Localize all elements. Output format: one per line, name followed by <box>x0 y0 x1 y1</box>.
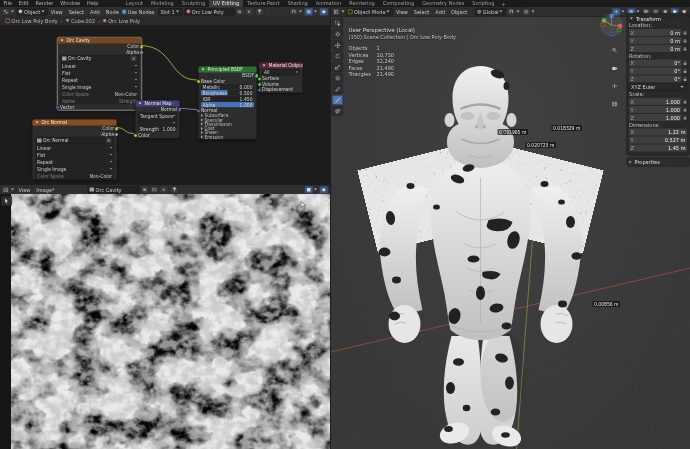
gizmo-negz-axis[interactable] <box>610 32 614 36</box>
number-field[interactable]: X1.22 m <box>629 129 687 136</box>
tool-move-button[interactable] <box>332 40 343 50</box>
dimension-field-row[interactable]: Z1.45 m <box>629 144 687 152</box>
target-dropdown[interactable]: All <box>262 69 300 76</box>
lock-icon[interactable] <box>683 61 687 66</box>
snapping-button[interactable] <box>290 8 299 16</box>
number-field[interactable]: X0° <box>629 60 682 67</box>
shading-type-button[interactable] <box>320 8 329 16</box>
viewport-menu-item[interactable]: View <box>393 9 411 15</box>
tool-annotate-button[interactable] <box>332 84 343 94</box>
normal-socket[interactable] <box>197 109 201 113</box>
workspace-tab[interactable]: Scripting <box>468 0 498 7</box>
node-principled-bsdf[interactable]: Principled BSDF BSDF Base Color Metallic… <box>198 66 257 140</box>
node-section[interactable]: Emission <box>201 135 254 139</box>
node-header[interactable]: Material Output <box>260 63 303 69</box>
image-datablock[interactable]: Orc Normal ✕ <box>35 137 114 144</box>
gizmo-negx-axis[interactable] <box>601 23 605 27</box>
image-datablock[interactable]: Orc Cavity <box>88 186 140 194</box>
number-field[interactable]: Y0.527 m <box>629 137 687 144</box>
number-field[interactable]: X0 m <box>629 29 682 36</box>
duplicate-material-button[interactable]: ⧉ <box>235 8 244 16</box>
collapse-icon[interactable] <box>263 65 266 67</box>
shader-editor-menu-item[interactable]: View <box>48 9 66 15</box>
workspace-tab[interactable]: Animation <box>312 0 345 7</box>
number-field[interactable]: Y0° <box>629 68 682 75</box>
node-dropdown[interactable]: Flat <box>60 70 139 77</box>
node-normal-map[interactable]: Normal Map Normal Tangent Space Strength… <box>135 100 180 139</box>
lock-icon[interactable] <box>683 69 687 74</box>
material-datablock[interactable]: Orc Low Poly <box>184 8 234 16</box>
workspace-tab[interactable]: Shading <box>283 0 311 7</box>
overlays-button[interactable] <box>305 8 314 16</box>
proportional-editing-button[interactable] <box>522 8 531 16</box>
workspace-tab[interactable]: Modeling <box>147 0 178 7</box>
alpha-slider[interactable]: Alpha1.000 <box>201 102 254 108</box>
node-header[interactable]: Normal Map <box>136 101 180 107</box>
lock-icon[interactable] <box>683 107 687 112</box>
ior-slider[interactable]: IOR1.450 <box>201 96 254 102</box>
topbar-menu-item[interactable]: Edit <box>15 0 32 7</box>
zoom-view-button[interactable] <box>611 46 619 54</box>
alpha-mode-dropdown[interactable]: Alpha Straight <box>60 98 139 105</box>
lock-icon[interactable] <box>683 77 687 82</box>
open-image-button[interactable] <box>150 186 159 194</box>
alpha-socket[interactable] <box>115 133 119 137</box>
number-field[interactable]: Y1.000 <box>629 106 682 113</box>
unlink-image-button[interactable]: ✕ <box>131 56 138 62</box>
use-nodes-checkbox[interactable]: ✓ <box>122 9 127 14</box>
mode-select[interactable]: Object Mode <box>346 8 393 16</box>
workspace-tab[interactable]: Rendering <box>345 0 379 7</box>
number-field[interactable]: Z1.000 <box>629 114 682 121</box>
number-field[interactable]: Z1.45 m <box>629 145 687 152</box>
uv-image-canvas[interactable] <box>0 194 330 449</box>
node-header[interactable]: Orc Cavity <box>58 38 142 44</box>
tool-add-cube-button[interactable] <box>332 106 343 116</box>
lock-icon[interactable] <box>683 99 687 104</box>
node-orc-normal[interactable]: Orc Normal Color Alpha Orc Normal ✕ Line… <box>32 119 117 180</box>
node-dropdown[interactable]: Linear <box>35 145 114 152</box>
workspace-tab[interactable]: UV Editing <box>209 0 243 7</box>
viewport-menu-item[interactable]: Object <box>448 9 470 15</box>
topbar-menu-item[interactable]: Render <box>32 0 57 7</box>
dimension-field-row[interactable]: X1.22 m <box>629 128 687 136</box>
snapping-button[interactable] <box>507 8 516 16</box>
topbar-menu-item[interactable]: Window <box>57 0 84 7</box>
pan-view-button[interactable] <box>611 82 619 90</box>
display-button[interactable] <box>320 186 329 194</box>
perspective-toggle-button[interactable] <box>611 100 619 108</box>
color-socket[interactable] <box>140 45 144 49</box>
rotation-field-row[interactable]: X0° <box>629 59 687 67</box>
surface-socket[interactable] <box>258 77 262 81</box>
lock-icon[interactable] <box>683 30 687 35</box>
location-field-row[interactable]: X0 m <box>629 29 687 37</box>
strength-slider[interactable]: Strength 1.000 <box>138 127 177 133</box>
viewport-menu-item[interactable]: Add <box>432 9 448 15</box>
scale-field-row[interactable]: X1.000 <box>629 98 687 106</box>
shader-node-canvas[interactable]: Orc Cavity Color Alpha Orc Cavity ✕ Line… <box>0 25 330 185</box>
node-dropdown[interactable]: Single Image <box>60 84 139 91</box>
image-editor-menu-item[interactable]: View <box>16 187 34 193</box>
tool-scale-button[interactable] <box>332 62 343 72</box>
workspace-tab[interactable]: Geometry Nodes <box>418 0 468 7</box>
color-socket[interactable] <box>115 127 119 131</box>
transform-panel-header[interactable]: Transform <box>629 15 687 22</box>
shader-editor-menu-item[interactable]: Add <box>87 9 103 15</box>
node-header[interactable]: Principled BSDF <box>199 67 257 73</box>
node-material-output[interactable]: Material Output All Surface Volume Displ… <box>259 62 303 93</box>
tool-transform-button[interactable] <box>332 73 343 83</box>
rotation-field-row[interactable]: Y0° <box>629 67 687 75</box>
lock-icon[interactable] <box>683 38 687 43</box>
slot-select[interactable]: Slot 1 <box>158 8 182 16</box>
properties-panel-header[interactable]: Properties <box>627 158 690 167</box>
topbar-menu-item[interactable]: Help <box>84 0 102 7</box>
node-dropdown[interactable]: Single Image <box>35 166 114 173</box>
navigation-gizmo[interactable] <box>599 12 625 38</box>
color-socket[interactable] <box>134 134 138 138</box>
collapse-icon[interactable] <box>202 69 205 71</box>
color-space-dropdown[interactable]: Color Space Non-Color <box>60 91 139 98</box>
breadcrumb-object[interactable]: Orc Low Poly Body <box>4 18 59 24</box>
volume-socket[interactable] <box>258 83 262 87</box>
unlink-material-button[interactable]: ✕ <box>245 8 254 16</box>
image-datablock[interactable]: Orc Cavity ✕ <box>60 55 139 62</box>
normal-socket[interactable] <box>178 108 182 112</box>
